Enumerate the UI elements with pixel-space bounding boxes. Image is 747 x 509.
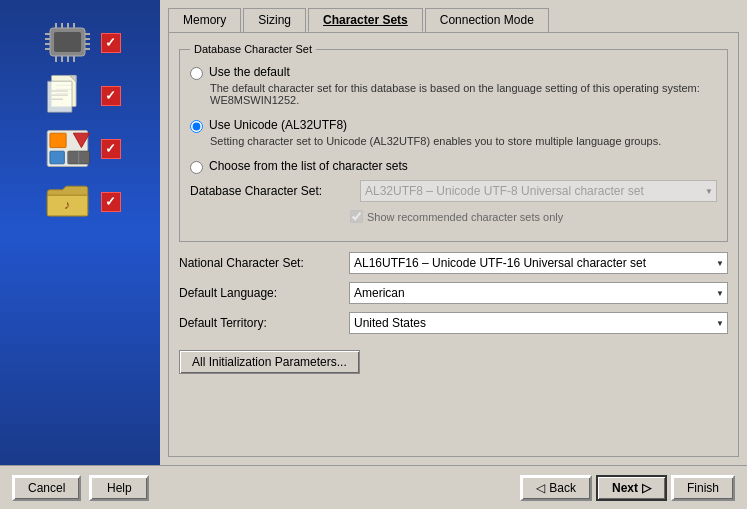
right-panel: Memory Sizing Character Sets Connection … [160, 0, 747, 465]
radio-use-unicode[interactable] [190, 120, 203, 133]
db-charset-select-wrapper: AL32UTF8 – Unicode UTF-8 Universal chara… [360, 180, 717, 202]
db-charset-row: Database Character Set: AL32UTF8 – Unico… [190, 180, 717, 202]
radio-choose-list[interactable] [190, 161, 203, 174]
icon-list: ✓ ✓ [10, 10, 150, 224]
db-charset-label: Database Character Set: [190, 184, 350, 198]
default-territory-label: Default Territory: [179, 316, 339, 330]
tab-memory[interactable]: Memory [168, 8, 241, 32]
svg-rect-23 [47, 81, 72, 112]
default-language-label: Default Language: [179, 286, 339, 300]
default-territory-select[interactable]: United States [349, 312, 728, 334]
tab-bar: Memory Sizing Character Sets Connection … [168, 8, 739, 32]
checkmark-folder: ✓ [101, 192, 121, 212]
radio-group-charset: Use the default The default character se… [190, 65, 717, 231]
radio-use-default-label: Use the default [209, 65, 290, 79]
radio-use-default[interactable] [190, 67, 203, 80]
document-icon [40, 73, 95, 118]
radio-unicode-desc: Setting character set to Unicode (AL32UT… [210, 135, 717, 147]
back-label: Back [549, 481, 576, 495]
cancel-button[interactable]: Cancel [12, 475, 81, 501]
next-arrow-icon: ▷ [642, 481, 651, 495]
default-language-row: Default Language: American [179, 282, 728, 304]
back-button[interactable]: ◁ Back [520, 475, 592, 501]
checkmark-shapes: ✓ [101, 139, 121, 159]
right-buttons: ◁ Back Next ▷ Finish [520, 475, 735, 501]
svg-rect-30 [49, 151, 63, 164]
left-buttons: Cancel Help [12, 475, 149, 501]
main-container: ✓ ✓ [0, 0, 747, 465]
default-territory-row: Default Territory: United States [179, 312, 728, 334]
svg-text:♪: ♪ [63, 198, 69, 212]
radio-choose-list-label: Choose from the list of character sets [209, 159, 408, 173]
default-language-select[interactable]: American [349, 282, 728, 304]
icon-row-chip: ✓ [10, 20, 150, 65]
chip-icon [40, 20, 95, 65]
bottom-bar: Cancel Help ◁ Back Next ▷ Finish [0, 465, 747, 509]
radio-use-unicode-label: Use Unicode (AL32UTF8) [209, 118, 347, 132]
default-territory-select-wrapper[interactable]: United States [349, 312, 728, 334]
folder-icon: ♪ [40, 179, 95, 224]
national-charset-row: National Character Set: AL16UTF16 – Unic… [179, 252, 728, 274]
content-area: Database Character Set Use the default T… [168, 32, 739, 457]
tab-sizing[interactable]: Sizing [243, 8, 306, 32]
show-recommended-row: Show recommended character sets only [350, 210, 717, 223]
init-params-button[interactable]: All Initialization Parameters... [179, 350, 360, 374]
radio-item-choose: Choose from the list of character sets [190, 159, 717, 174]
finish-button[interactable]: Finish [671, 475, 735, 501]
left-panel: ✓ ✓ [0, 0, 160, 465]
svg-rect-28 [49, 133, 65, 147]
icon-row-doc: ✓ [10, 73, 150, 118]
national-charset-label: National Character Set: [179, 256, 339, 270]
icon-row-folder: ♪ ✓ [10, 179, 150, 224]
show-recommended-checkbox [350, 210, 363, 223]
next-label: Next [612, 481, 638, 495]
back-arrow-icon: ◁ [536, 481, 545, 495]
radio-item-unicode: Use Unicode (AL32UTF8) [190, 118, 717, 133]
show-recommended-label: Show recommended character sets only [367, 211, 563, 223]
checkmark-doc: ✓ [101, 86, 121, 106]
national-charset-select-wrapper[interactable]: AL16UTF16 – Unicode UTF-16 Universal cha… [349, 252, 728, 274]
shapes-icon [40, 126, 95, 171]
section-legend: Database Character Set [190, 43, 316, 55]
national-charset-select[interactable]: AL16UTF16 – Unicode UTF-16 Universal cha… [349, 252, 728, 274]
radio-default-desc: The default character set for this datab… [210, 82, 717, 106]
help-button[interactable]: Help [89, 475, 149, 501]
db-charset-select: AL32UTF8 – Unicode UTF-8 Universal chara… [360, 180, 717, 202]
tab-connection-mode[interactable]: Connection Mode [425, 8, 549, 32]
next-button[interactable]: Next ▷ [596, 475, 667, 501]
radio-item-default: Use the default [190, 65, 717, 80]
checkmark-chip: ✓ [101, 33, 121, 53]
svg-rect-1 [54, 32, 81, 52]
default-language-select-wrapper[interactable]: American [349, 282, 728, 304]
tab-character-sets[interactable]: Character Sets [308, 8, 423, 32]
icon-row-shapes: ✓ [10, 126, 150, 171]
